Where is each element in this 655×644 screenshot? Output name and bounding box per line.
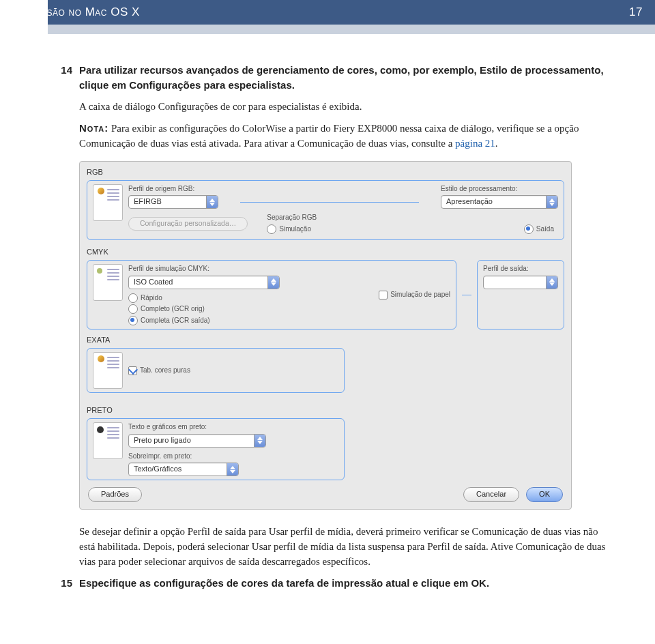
cmyk-complete-out-radio[interactable]: Completa (GCR saída) [128, 316, 360, 326]
updown-icon [227, 463, 238, 475]
rgb-tag: RGB [87, 167, 564, 180]
output-profile-popup[interactable] [483, 276, 558, 289]
preto-ovr-label: Sobreimpr. em preto: [128, 452, 266, 462]
followup-text: A caixa de diálogo Configurações de cor … [79, 100, 607, 115]
note-text-after: . [495, 138, 498, 149]
cmyk-complete-orig-radio[interactable]: Completo (GCR orig) [128, 304, 360, 314]
preto-txt-label: Texto e gráficos em preto: [128, 422, 266, 433]
note-label: Nota: [79, 122, 108, 134]
custom-config-button: Configuração personalizada… [128, 217, 248, 231]
ok-button[interactable]: OK [526, 487, 563, 502]
exata-tag: EXATA [87, 335, 564, 348]
step14-text: Para utilizar recursos avançados de gere… [79, 63, 607, 93]
rgb-thumb [93, 184, 123, 221]
rgb-style-label: Estilo de processamento: [441, 184, 558, 194]
note-text-before: Para exibir as configurações do ColorWis… [79, 123, 579, 149]
preto-txt-popup[interactable]: Preto puro ligado [128, 434, 266, 448]
output-profile-label: Perfil de saída: [483, 264, 558, 274]
step14-num: 14 [48, 63, 79, 93]
color-settings-dialog: RGB Perfil de origem RGB: EFIRGB [79, 161, 572, 510]
exata-thumb [93, 352, 123, 389]
note-link[interactable]: página 21 [455, 138, 495, 149]
rgb-sep-label: Separação RGB [267, 213, 558, 223]
cmyk-thumb [93, 264, 123, 301]
rgb-sep-out-radio[interactable]: Saída [524, 224, 554, 235]
note-block: Nota: Para exibir as configurações do Co… [79, 121, 607, 151]
rgb-src-popup[interactable]: EFIRGB [128, 195, 218, 209]
updown-icon [206, 196, 218, 208]
defaults-button[interactable]: Padrões [88, 487, 142, 502]
rgb-src-label: Perfil de origem RGB: [128, 184, 218, 194]
rgb-sep-sim-radio[interactable]: Simulação [267, 224, 311, 235]
cmyk-sim-label: Perfil de simulação CMYK: [128, 264, 360, 274]
cmyk-tag: CMYK [87, 247, 564, 260]
followup2: Se desejar definir a opção Perfil de saí… [79, 525, 607, 569]
preto-ovr-popup[interactable]: Texto/Gráficos [128, 463, 239, 476]
step15-num: 15 [48, 576, 79, 591]
paper-sim-check[interactable]: Simulação de papel [379, 290, 450, 300]
step15-text: Especifique as configurações de cores da… [79, 576, 607, 591]
cmyk-rapid-radio[interactable]: Rápido [128, 293, 360, 304]
rgb-style-popup[interactable]: Apresentação [441, 195, 558, 209]
updown-icon [267, 276, 279, 289]
updown-icon [546, 196, 557, 208]
cmyk-sim-popup[interactable]: ISO Coated [128, 276, 280, 289]
updown-icon [254, 435, 265, 447]
preto-tag: PRETO [87, 405, 564, 418]
updown-icon [546, 276, 557, 289]
cancel-button[interactable]: Cancelar [463, 487, 519, 502]
page-number: 17 [629, 5, 643, 19]
exata-check[interactable]: Tab. cores puras [128, 366, 190, 376]
preto-thumb [93, 422, 123, 459]
